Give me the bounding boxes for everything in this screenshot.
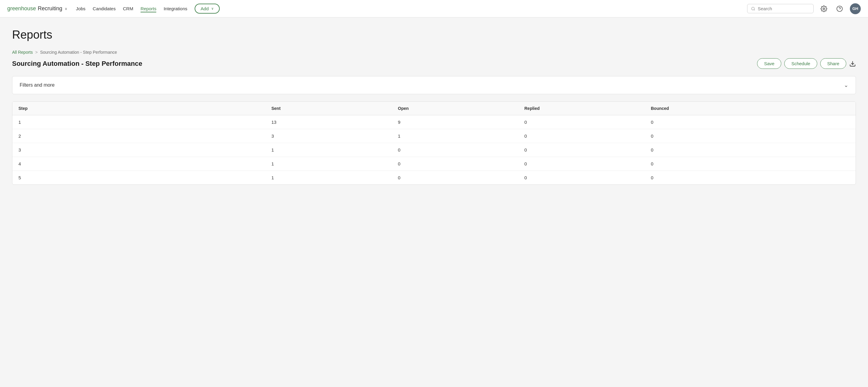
col-bounced: Bounced [645,102,856,115]
navbar-right: GH [747,3,861,14]
navbar: greenhouse Recruiting ∨ Jobs Candidates … [0,0,868,17]
help-button[interactable] [834,3,845,14]
cell-bounced: 0 [645,157,856,171]
nav-candidates[interactable]: Candidates [93,5,116,12]
add-button[interactable]: Add ∨ [195,4,220,13]
help-icon [836,5,843,12]
step-performance-table: Step Sent Open Replied Bounced 113900231… [12,102,856,184]
table-header-row: Step Sent Open Replied Bounced [12,102,856,115]
search-icon [751,6,755,11]
save-button[interactable]: Save [757,58,781,69]
breadcrumb-separator: > [35,50,37,55]
download-icon [849,60,856,67]
cell-replied: 0 [518,129,645,143]
nav-integrations[interactable]: Integrations [163,5,187,12]
breadcrumb-current: Sourcing Automation - Step Performance [40,50,117,55]
cell-sent: 13 [266,115,392,129]
cell-open: 0 [392,143,519,157]
cell-sent: 1 [266,143,392,157]
cell-sent: 1 [266,171,392,185]
nav-jobs[interactable]: Jobs [76,5,86,12]
schedule-button[interactable]: Schedule [784,58,817,69]
col-step: Step [12,102,266,115]
cell-replied: 0 [518,115,645,129]
col-replied: Replied [518,102,645,115]
cell-open: 0 [392,157,519,171]
cell-sent: 1 [266,157,392,171]
cell-step: 5 [12,171,266,185]
nav-reports[interactable]: Reports [141,5,157,12]
table-row: 113900 [12,115,856,129]
report-header: Sourcing Automation - Step Performance S… [12,58,856,69]
cell-bounced: 0 [645,171,856,185]
settings-button[interactable] [818,3,829,14]
col-sent: Sent [266,102,392,115]
table-row: 31000 [12,143,856,157]
cell-open: 0 [392,171,519,185]
brand-name-part2: Recruiting [38,5,62,12]
table-row: 41000 [12,157,856,171]
svg-line-1 [754,9,755,10]
add-label: Add [201,6,209,11]
brand-chevron: ∨ [65,7,67,11]
search-box[interactable] [747,4,814,13]
filter-label: Filters and more [20,82,55,88]
table-row: 23100 [12,129,856,143]
gear-icon [820,5,827,12]
report-actions: Save Schedule Share [757,58,856,69]
cell-sent: 3 [266,129,392,143]
breadcrumb-all-reports[interactable]: All Reports [12,50,33,55]
chevron-down-icon: ⌄ [844,82,848,89]
col-open: Open [392,102,519,115]
avatar-initials: GH [852,6,858,11]
cell-bounced: 0 [645,129,856,143]
svg-point-0 [752,7,754,10]
cell-step: 1 [12,115,266,129]
cell-open: 1 [392,129,519,143]
brand-logo[interactable]: greenhouse Recruiting ∨ [7,5,67,12]
cell-step: 2 [12,129,266,143]
cell-open: 9 [392,115,519,129]
user-avatar[interactable]: GH [850,3,861,14]
search-input[interactable] [758,6,810,11]
cell-bounced: 0 [645,143,856,157]
report-title: Sourcing Automation - Step Performance [12,60,142,68]
data-table: Step Sent Open Replied Bounced 113900231… [12,101,856,185]
cell-bounced: 0 [645,115,856,129]
cell-replied: 0 [518,143,645,157]
cell-replied: 0 [518,157,645,171]
cell-replied: 0 [518,171,645,185]
nav-crm[interactable]: CRM [123,5,133,12]
cell-step: 4 [12,157,266,171]
table-row: 51000 [12,171,856,185]
breadcrumb: All Reports > Sourcing Automation - Step… [12,50,856,55]
add-chevron-icon: ∨ [211,7,214,10]
nav-links: Jobs Candidates CRM Reports Integrations… [76,4,739,13]
share-button[interactable]: Share [820,58,846,69]
cell-step: 3 [12,143,266,157]
page-title: Reports [12,28,856,41]
svg-point-2 [823,8,825,10]
filter-bar[interactable]: Filters and more ⌄ [12,76,856,94]
download-button[interactable] [849,60,856,67]
main-content: Reports All Reports > Sourcing Automatio… [0,17,868,196]
brand-name-part1: greenhouse [7,5,36,12]
